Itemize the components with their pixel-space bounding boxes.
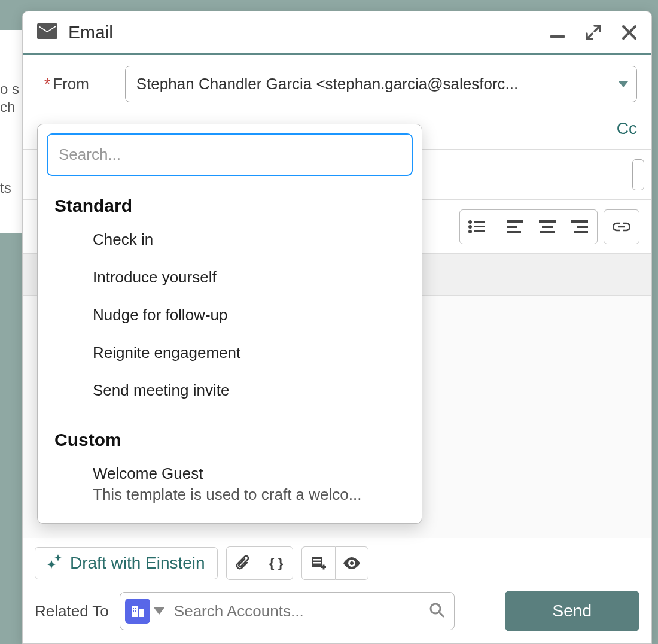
template-search-input[interactable] <box>47 134 412 175</box>
align-center-button[interactable] <box>531 211 563 243</box>
bg-text: ts <box>0 180 11 196</box>
template-group <box>301 546 368 580</box>
toolbar-separator <box>496 216 496 238</box>
svg-rect-6 <box>474 230 485 232</box>
svg-point-3 <box>468 225 472 229</box>
related-to-label: Related To <box>35 602 109 621</box>
entity-picker-caret[interactable] <box>154 607 164 615</box>
section-standard: Standard <box>54 196 412 216</box>
toolbar-group-list-align <box>459 209 598 244</box>
from-row: From Stephan Chandler Garcia <stephan.ga… <box>23 55 651 113</box>
svg-rect-10 <box>539 220 556 223</box>
preview-button[interactable] <box>335 546 368 580</box>
composer-header: Email <box>23 11 651 55</box>
attach-group: { } <box>226 546 293 580</box>
bg-text: o s <box>0 81 19 98</box>
svg-rect-20 <box>323 565 325 570</box>
minimize-button[interactable] <box>550 25 565 40</box>
sparkle-icon <box>47 554 63 572</box>
expand-button[interactable] <box>586 25 601 40</box>
svg-rect-9 <box>507 231 521 233</box>
template-item-check-in[interactable]: Check in <box>47 221 412 259</box>
footer-actions: Draft with Einstein { } <box>23 538 651 588</box>
mail-icon <box>37 23 57 41</box>
align-right-button[interactable] <box>563 211 596 243</box>
svg-rect-18 <box>313 562 321 564</box>
template-item-label: Send meeting invite <box>93 381 405 400</box>
subject-chip[interactable] <box>632 159 644 190</box>
svg-point-21 <box>350 561 354 565</box>
svg-rect-8 <box>507 226 517 228</box>
svg-rect-2 <box>474 221 485 223</box>
template-item-label: Introduce yourself <box>93 268 405 287</box>
template-item-label: Welcome Guest <box>93 464 405 483</box>
from-label: From <box>44 75 89 93</box>
bullet-list-button[interactable] <box>461 211 494 243</box>
svg-rect-14 <box>577 226 588 228</box>
template-item-label: Reignite engagement <box>93 344 405 362</box>
send-button[interactable]: Send <box>505 591 639 631</box>
from-select[interactable]: Stephan Chandler Garcia <stephan.garcia@… <box>125 66 637 102</box>
svg-rect-11 <box>542 226 553 228</box>
svg-rect-12 <box>540 231 555 233</box>
svg-rect-23 <box>139 609 144 617</box>
svg-rect-4 <box>474 226 485 227</box>
account-icon <box>125 599 150 624</box>
search-icon <box>429 602 444 620</box>
section-custom: Custom <box>54 430 412 450</box>
svg-rect-26 <box>133 610 134 612</box>
svg-rect-25 <box>135 608 136 609</box>
merge-fields-button[interactable]: { } <box>260 546 293 580</box>
align-left-button[interactable] <box>499 211 531 243</box>
svg-point-5 <box>468 230 472 233</box>
template-item-description: This template is used to craft a welco..… <box>93 485 405 504</box>
composer-title: Email <box>68 22 539 42</box>
svg-rect-24 <box>133 608 134 609</box>
link-button[interactable] <box>605 211 638 243</box>
window-controls <box>550 25 637 40</box>
cc-link[interactable]: Cc <box>617 119 637 138</box>
template-item-send-meeting-invite[interactable]: Send meeting invite <box>47 372 412 409</box>
template-item-reignite-engagement[interactable]: Reignite engagement <box>47 334 412 372</box>
template-item-label: Nudge for follow-up <box>93 306 405 324</box>
draft-label: Draft with Einstein <box>70 554 205 573</box>
template-item-nudge-followup[interactable]: Nudge for follow-up <box>47 296 412 334</box>
svg-point-1 <box>468 220 472 224</box>
template-item-welcome-guest[interactable]: Welcome Guest This template is used to c… <box>47 455 412 514</box>
related-to-lookup[interactable] <box>120 592 455 630</box>
bg-text: ch <box>0 99 15 116</box>
template-item-label: Check in <box>93 230 405 249</box>
chevron-down-icon <box>619 81 628 87</box>
svg-rect-13 <box>571 220 588 223</box>
from-value: Stephan Chandler Garcia <stephan.garcia@… <box>136 75 518 93</box>
close-button[interactable] <box>622 25 637 40</box>
svg-rect-15 <box>574 231 588 233</box>
svg-rect-22 <box>132 606 138 617</box>
svg-rect-17 <box>313 559 321 561</box>
insert-template-button[interactable] <box>301 546 335 580</box>
related-send-row: Related To Send <box>23 588 651 643</box>
svg-line-29 <box>439 612 443 616</box>
related-to-input[interactable] <box>174 602 425 621</box>
draft-with-einstein-button[interactable]: Draft with Einstein <box>35 547 218 579</box>
svg-rect-27 <box>135 610 136 612</box>
svg-rect-7 <box>507 220 523 223</box>
template-dropdown: Standard Check in Introduce yourself Nud… <box>37 124 422 524</box>
template-item-introduce-yourself[interactable]: Introduce yourself <box>47 259 412 296</box>
toolbar-group-link <box>604 209 639 244</box>
attachment-button[interactable] <box>226 546 260 580</box>
